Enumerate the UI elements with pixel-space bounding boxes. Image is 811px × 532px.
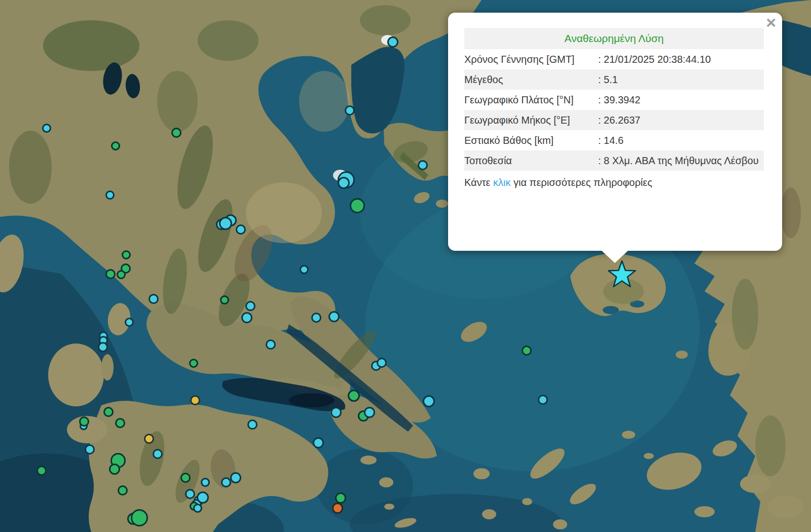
row-label: Τοποθεσία — [464, 154, 598, 167]
earthquake-marker[interactable] — [144, 434, 154, 444]
earthquake-marker[interactable] — [418, 160, 428, 170]
popup-footer: Κάντε κλικ για περισσότερες πληροφορίες — [464, 176, 764, 189]
footer-text: Κάντε — [464, 177, 493, 188]
earthquake-marker[interactable] — [125, 318, 134, 327]
earthquake-marker[interactable] — [236, 224, 246, 235]
earthquake-marker[interactable] — [122, 250, 131, 259]
earthquake-marker[interactable] — [201, 478, 210, 487]
row-label: Χρόνος Γέννησης [GMT] — [464, 53, 598, 66]
earthquake-marker[interactable] — [266, 339, 276, 350]
earthquake-marker[interactable] — [190, 395, 200, 405]
earthquake-marker[interactable] — [423, 395, 435, 407]
earthquake-marker[interactable] — [313, 437, 324, 448]
earthquake-marker[interactable] — [350, 198, 365, 213]
row-value: : 26.2637 — [598, 113, 764, 127]
footer-text: για περισσότερες πληροφορίες — [510, 177, 652, 188]
row-label: Γεωγραφικό Μήκος [°E] — [464, 113, 598, 127]
row-label: Γεωγραφικό Πλάτος [°N] — [464, 93, 598, 106]
table-row: Μέγεθος : 5.1 — [464, 69, 764, 90]
row-value: : 21/01/2025 20:38:44.10 — [598, 53, 764, 66]
popup-close-button[interactable]: × — [766, 14, 776, 31]
earthquake-marker[interactable] — [330, 407, 342, 418]
earthquake-marker[interactable] — [197, 491, 209, 504]
row-value: : 5.1 — [598, 73, 764, 86]
earthquake-marker[interactable] — [185, 489, 195, 499]
earthquake-marker[interactable] — [377, 358, 387, 368]
popup-tail — [601, 250, 629, 263]
earthquake-marker[interactable] — [171, 128, 181, 138]
earthquake-marker[interactable] — [115, 418, 125, 428]
earthquake-marker[interactable] — [332, 503, 343, 514]
earthquake-marker[interactable] — [98, 342, 108, 352]
earthquake-marker[interactable] — [311, 313, 321, 323]
earthquake-marker[interactable] — [241, 312, 252, 323]
row-value: : 39.3942 — [598, 93, 764, 106]
row-label: Εστιακό Βάθος [km] — [464, 134, 598, 147]
event-popup: × Αναθεωρημένη Λύση Χρόνος Γέννησης [GMT… — [448, 13, 782, 251]
event-details-table: Αναθεωρημένη Λύση Χρόνος Γέννησης [GMT] … — [464, 28, 764, 171]
earthquake-marker[interactable] — [522, 346, 532, 356]
earthquake-marker[interactable] — [193, 504, 202, 513]
table-row: Γεωγραφικό Πλάτος [°N] : 39.3942 — [464, 90, 764, 110]
earthquake-marker[interactable] — [36, 466, 47, 476]
earthquake-marker[interactable] — [335, 492, 346, 504]
earthquake-marker[interactable] — [153, 449, 163, 459]
row-value: : 8 Χλμ. ΑΒΑ της Μήθυμνας Λέσβου — [598, 154, 764, 167]
earthquake-marker[interactable] — [328, 311, 340, 322]
earthquake-marker[interactable] — [117, 270, 126, 279]
earthquake-marker[interactable] — [118, 485, 128, 496]
earthquake-marker[interactable] — [221, 477, 231, 487]
earthquake-marker[interactable] — [149, 294, 159, 304]
earthquake-marker[interactable] — [42, 124, 51, 133]
earthquake-marker[interactable] — [109, 464, 120, 475]
star-shape[interactable] — [608, 261, 635, 287]
popup-title: Αναθεωρημένη Λύση — [464, 28, 764, 49]
earthquake-marker[interactable] — [230, 472, 241, 483]
earthquake-marker[interactable] — [247, 420, 257, 430]
table-row: Χρόνος Γέννησης [GMT] : 21/01/2025 20:38… — [464, 49, 764, 69]
earthquake-marker[interactable] — [538, 395, 548, 405]
earthquake-marker[interactable] — [105, 191, 115, 200]
table-row: Τοποθεσία : 8 Χλμ. ΑΒΑ της Μήθυμνας Λέσβ… — [464, 150, 764, 171]
selected-event-star-marker[interactable] — [607, 259, 637, 291]
earthquake-marker[interactable] — [180, 473, 191, 483]
row-label: Μέγεθος — [464, 73, 598, 86]
table-row: Εστιακό Βάθος [km] : 14.6 — [464, 130, 764, 150]
earthquake-marker[interactable] — [103, 407, 114, 417]
more-info-link[interactable]: κλικ — [493, 177, 510, 188]
earthquake-marker[interactable] — [220, 295, 229, 305]
earthquake-marker[interactable] — [131, 509, 148, 526]
earthquake-marker[interactable] — [345, 105, 355, 116]
earthquake-marker[interactable] — [348, 390, 360, 402]
earthquake-marker[interactable] — [85, 444, 95, 454]
table-row: Γεωγραφικό Μήκος [°E] : 26.2637 — [464, 110, 764, 130]
earthquake-marker[interactable] — [111, 141, 120, 150]
earthquake-marker[interactable] — [245, 301, 255, 311]
earthquake-marker[interactable] — [364, 407, 375, 418]
earthquake-marker[interactable] — [105, 269, 116, 279]
earthquake-marker[interactable] — [219, 217, 232, 230]
earthquake-marker[interactable] — [79, 416, 89, 427]
earthquake-marker[interactable] — [300, 265, 309, 274]
map-viewport[interactable]: × Αναθεωρημένη Λύση Χρόνος Γέννησης [GMT… — [0, 0, 811, 532]
earthquake-marker[interactable] — [338, 177, 350, 189]
earthquake-marker[interactable] — [189, 359, 198, 368]
row-value: : 14.6 — [598, 134, 764, 147]
earthquake-marker[interactable] — [387, 36, 398, 48]
